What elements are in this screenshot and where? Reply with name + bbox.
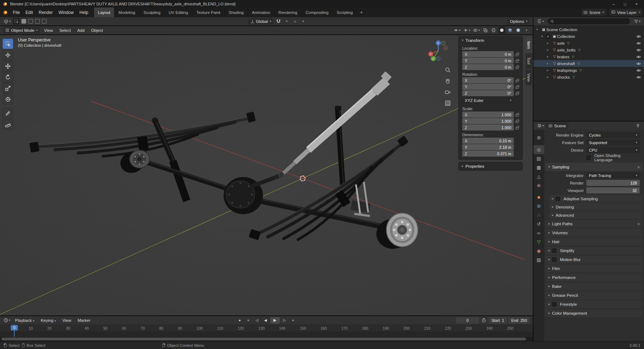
start-frame-field[interactable]: Start1 <box>489 317 507 324</box>
gizmo-x-neg-axis[interactable] <box>444 46 448 50</box>
tab-constraints[interactable]: ∞ <box>533 228 544 237</box>
shading-wireframe-button[interactable] <box>490 27 497 34</box>
workspace-tab-rendering[interactable]: Rendering <box>274 8 302 17</box>
color-management-section[interactable]: ▸ Color Management <box>545 309 643 317</box>
options-dropdown[interactable]: Options ▾ <box>507 18 530 25</box>
transform-orientation-dropdown[interactable]: Global ▾ <box>248 18 274 25</box>
workspace-tab-layout[interactable]: Layout <box>94 8 115 17</box>
zoom-button[interactable] <box>444 66 452 74</box>
light-paths-section[interactable]: ▸ Light Paths ≡ <box>545 220 643 228</box>
close-button[interactable]: × <box>631 0 642 7</box>
properties-editor-type-button[interactable]: ▾ <box>536 122 545 129</box>
pan-hand-button[interactable] <box>444 77 452 85</box>
bake-section[interactable]: ▸ Bake <box>545 282 643 290</box>
scale-y-field[interactable]: Y1.000 <box>462 118 514 124</box>
menu-file[interactable]: File <box>10 8 23 17</box>
gizmo-z-neg-axis[interactable] <box>436 57 440 61</box>
disclosure-icon[interactable]: ▸ <box>547 55 552 58</box>
shading-material-button[interactable] <box>507 27 513 34</box>
workspace-tab-compositing[interactable]: Compositing <box>302 8 333 17</box>
motion-blur-section[interactable]: ▸ Motion Blur <box>545 256 643 264</box>
device-dropdown[interactable]: CPU▾ <box>586 147 640 153</box>
proportional-edit-button[interactable]: ○ <box>292 18 298 25</box>
timeline-menu-marker[interactable]: Marker <box>75 318 93 323</box>
tab-particles[interactable]: ∴ <box>533 211 544 220</box>
workspace-tab-uv-editing[interactable]: UV Editing <box>165 8 192 17</box>
viewport-menu-view[interactable]: View <box>42 28 55 33</box>
play-reverse-button[interactable]: ◀ <box>262 317 269 324</box>
rotation-x-field[interactable]: X0° <box>462 77 514 83</box>
location-z-field[interactable]: Z0 m <box>462 64 514 70</box>
lock-icon[interactable] <box>516 80 518 82</box>
previous-keyframe-button[interactable]: ◁ <box>253 317 261 324</box>
playhead-frame-badge[interactable]: 0 <box>11 325 18 330</box>
overlays-toggle-dropdown[interactable]: ▾ <box>472 27 480 34</box>
3d-viewport[interactable]: User Perspective (0) Collection | drives… <box>0 35 533 315</box>
disclosure-icon[interactable]: ▸ <box>547 41 552 45</box>
ortho-perspective-button[interactable] <box>444 99 452 107</box>
collection-checkbox[interactable]: ✓ <box>546 34 550 39</box>
select-box-tool[interactable] <box>3 39 13 49</box>
properties-panel-header[interactable]: ▸ Properties <box>459 162 522 170</box>
hide-toggle[interactable] <box>636 48 641 53</box>
transform-tool[interactable] <box>3 94 13 104</box>
gizmos-toggle-dropdown[interactable]: ▾ <box>463 27 471 34</box>
render-samples-field[interactable]: 128 <box>586 180 640 186</box>
render-engine-dropdown[interactable]: Cycles▾ <box>586 132 640 138</box>
camera-view-button[interactable] <box>444 88 452 96</box>
auto-keying-button[interactable]: ● <box>236 317 244 324</box>
measure-tool[interactable] <box>3 119 13 129</box>
timeline-menu-keying[interactable]: Keying ▾ <box>38 318 58 323</box>
disclosure-icon[interactable]: ▸ <box>547 75 552 79</box>
object-row-axle-bolts[interactable]: ▸ ▽ axle_bolts ▽ <box>533 46 644 53</box>
proportional-edit-dropdown[interactable]: ▾ <box>300 18 307 25</box>
object-row-axle[interactable]: ▸ ▽ axle ▽ <box>533 40 644 46</box>
mode-dropdown[interactable]: Object Mode ▾ <box>3 27 40 34</box>
minimize-button[interactable]: – <box>608 0 619 7</box>
move-tool[interactable] <box>3 61 13 71</box>
maximize-button[interactable]: □ <box>620 0 630 7</box>
dimensions-z-field[interactable]: Z0.371 m <box>462 151 514 157</box>
tab-object[interactable]: ■ <box>533 193 544 202</box>
scene-selector[interactable]: Scene × <box>581 9 606 16</box>
disclosure-icon[interactable]: ▸ <box>547 62 552 65</box>
lock-icon[interactable] <box>516 67 518 69</box>
xray-toggle-button[interactable] <box>482 27 489 34</box>
unlink-view-layer-button[interactable]: × <box>638 10 640 14</box>
adaptive-sampling-checkbox[interactable] <box>556 197 560 201</box>
timeline-body[interactable]: 0102030405060708090100110120130140150160… <box>0 324 533 337</box>
brake-hub-left-model[interactable] <box>130 150 150 168</box>
current-frame-field[interactable]: 0 <box>456 317 479 324</box>
workspace-tab-shading[interactable]: Shading <box>225 8 248 17</box>
hide-toggle[interactable] <box>636 41 641 46</box>
select-mode-extend-button[interactable] <box>28 19 33 24</box>
workspace-tab-scripting[interactable]: Scripting <box>333 8 357 17</box>
annotate-tool[interactable] <box>3 108 13 118</box>
outliner-search-input[interactable] <box>555 19 628 24</box>
hide-toggle[interactable] <box>636 34 641 39</box>
scale-z-field[interactable]: Z1.000 <box>462 124 514 131</box>
add-workspace-button[interactable]: + <box>357 8 366 17</box>
lock-icon[interactable] <box>516 87 518 89</box>
navigation-gizmo[interactable]: Z X Y <box>427 39 450 62</box>
tab-world[interactable]: ⊕ <box>533 181 544 190</box>
sidebar-tab-tool[interactable]: Tool <box>526 53 532 68</box>
simplify-section[interactable]: ▸ Simplify <box>545 247 643 255</box>
motion-blur-checkbox[interactable] <box>552 257 556 262</box>
sampling-panel-header[interactable]: ▾ Sampling ≡ <box>545 163 643 171</box>
timeline-scrollbar[interactable] <box>0 337 533 341</box>
performance-section[interactable]: ▸ Performance <box>545 274 643 281</box>
lock-icon[interactable] <box>516 93 518 95</box>
sidebar-tab-item[interactable]: Item <box>526 37 532 53</box>
scale-tool[interactable] <box>3 83 13 93</box>
tab-physics[interactable]: ↺ <box>533 220 544 228</box>
presets-menu-icon[interactable]: ≡ <box>638 222 640 226</box>
freestyle-checkbox[interactable] <box>552 302 556 306</box>
viewport-menu-object[interactable]: Object <box>88 28 105 33</box>
select-mode-new-button[interactable] <box>21 19 26 24</box>
sidebar-tab-view[interactable]: View <box>526 69 532 86</box>
outliner-search[interactable] <box>548 18 630 24</box>
viewport-menu-add[interactable]: Add <box>75 28 87 33</box>
denoising-subpanel[interactable]: ▸ Denoising <box>549 203 643 211</box>
tab-tool[interactable]: ⚙ <box>533 133 544 142</box>
